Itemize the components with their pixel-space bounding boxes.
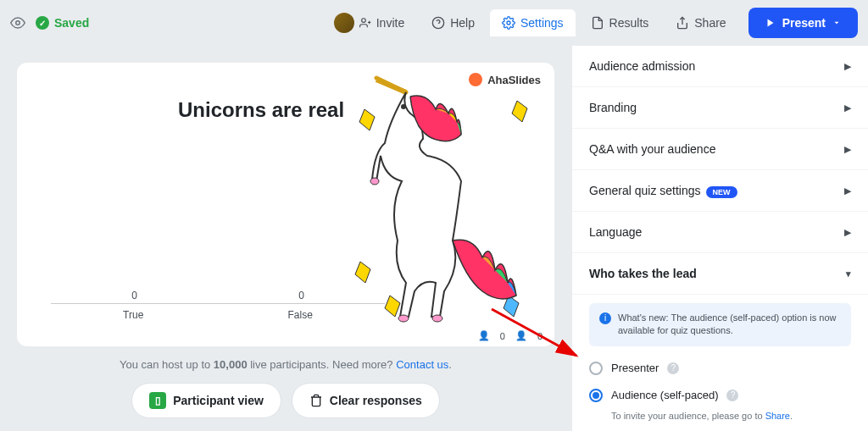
help-icon[interactable]: ? (667, 362, 679, 374)
radio-presenter[interactable]: Presenter ? (589, 355, 851, 382)
radio-icon-checked (589, 389, 603, 402)
present-button[interactable]: Present (748, 8, 858, 38)
check-icon: ✓ (36, 16, 49, 30)
saved-status: ✓ Saved (36, 16, 89, 30)
chevron-right-icon: ▶ (844, 227, 851, 238)
votes-count: 0 (537, 331, 542, 341)
clear-responses-label: Clear responses (330, 394, 422, 407)
gear-icon (502, 16, 515, 30)
avatar (334, 13, 354, 33)
saved-label: Saved (54, 16, 89, 30)
section-qa[interactable]: Q&A with your audience ▶ (572, 129, 868, 170)
invite-hint: To invite your audience, please go to Sh… (589, 411, 851, 421)
tab-results[interactable]: Results (579, 9, 661, 36)
preview-eye-icon[interactable] (10, 15, 25, 30)
results-icon (591, 16, 604, 30)
svg-point-18 (398, 315, 409, 322)
svg-point-16 (401, 104, 406, 109)
phone-icon: ▯ (149, 392, 166, 409)
label-false: False (288, 309, 313, 321)
participant-view-button[interactable]: ▯ Participant view (131, 383, 281, 418)
new-badge: NEW (706, 186, 737, 198)
slide-stats: 👤0 👤0 (478, 330, 542, 341)
section-audience-admission[interactable]: Audience admission ▶ (572, 46, 868, 87)
radio-audience[interactable]: Audience (self-paced) ? (589, 382, 851, 409)
section-language[interactable]: Language ▶ (572, 212, 868, 253)
clear-icon (309, 394, 323, 407)
clear-responses-button[interactable]: Clear responses (292, 383, 440, 418)
play-icon (765, 18, 776, 28)
count-true: 0 (131, 290, 137, 301)
section-branding[interactable]: Branding ▶ (572, 87, 868, 129)
settings-panel: Audience admission ▶ Branding ▶ Q&A with… (571, 46, 868, 431)
radio-icon (589, 362, 603, 375)
svg-marker-12 (355, 262, 370, 283)
participants-icon: 👤 (478, 330, 490, 341)
svg-marker-8 (767, 19, 773, 27)
results-label: Results (609, 16, 649, 30)
label-true: True (123, 309, 143, 321)
invite-label: Invite (376, 16, 404, 30)
whats-new-info: i What's new: The audience (self-paced) … (589, 303, 851, 346)
svg-marker-13 (385, 296, 400, 317)
svg-point-1 (361, 19, 365, 23)
present-label: Present (782, 16, 826, 30)
lead-section-content: i What's new: The audience (self-paced) … (572, 303, 868, 431)
count-false: 0 (298, 290, 304, 301)
share-icon (676, 16, 689, 30)
svg-point-17 (432, 315, 442, 322)
tab-settings[interactable]: Settings (490, 9, 576, 36)
svg-point-19 (370, 178, 379, 185)
help-label: Help (450, 16, 475, 30)
section-who-takes-lead[interactable]: Who takes the lead ▾ (572, 253, 868, 295)
svg-marker-10 (359, 109, 375, 130)
chevron-right-icon: ▶ (844, 61, 851, 72)
host-limit-text: You can host up to 10,000 live participa… (17, 358, 554, 371)
help-icon (431, 16, 445, 30)
help-icon[interactable]: ? (726, 390, 738, 401)
chevron-down-icon (832, 19, 841, 27)
participant-view-label: Participant view (173, 394, 264, 407)
slide-canvas[interactable]: AhaSlides Unicorns are real (17, 63, 554, 346)
chevron-down-icon: ▾ (846, 268, 851, 279)
svg-point-6 (507, 21, 510, 25)
svg-point-0 (16, 21, 20, 25)
section-quiz-settings[interactable]: General quiz settingsNEW ▶ (572, 170, 868, 212)
svg-marker-9 (835, 22, 839, 25)
info-icon: i (599, 312, 611, 324)
slide-title: Unicorns are real (178, 98, 344, 122)
share-label: Share (694, 16, 726, 30)
chart: 0 0 True False (51, 290, 385, 321)
help-button[interactable]: Help (420, 9, 487, 36)
invite-button[interactable]: Invite (322, 6, 416, 40)
settings-label: Settings (520, 16, 564, 30)
participants-count: 0 (500, 331, 505, 341)
chevron-right-icon: ▶ (844, 185, 851, 196)
chevron-right-icon: ▶ (844, 144, 851, 155)
svg-marker-11 (512, 101, 527, 122)
chevron-right-icon: ▶ (844, 102, 851, 113)
votes-icon: 👤 (515, 330, 527, 341)
contact-link[interactable]: Contact us (396, 358, 448, 371)
share-link[interactable]: Share (765, 411, 790, 421)
add-user-icon (359, 17, 371, 29)
tab-share[interactable]: Share (664, 9, 737, 36)
